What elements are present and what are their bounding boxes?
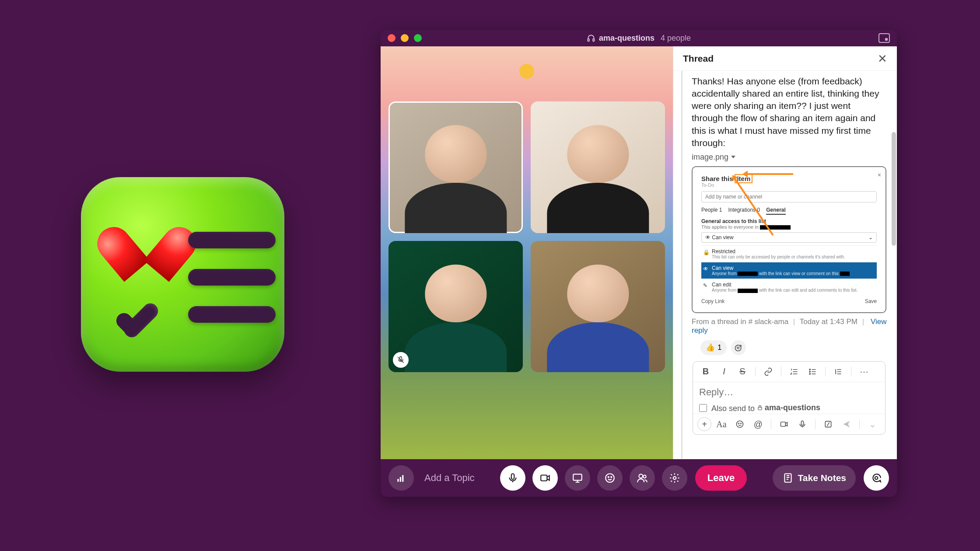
attachment-close-icon: × <box>878 171 881 178</box>
pop-out-icon[interactable] <box>878 33 890 43</box>
ordered-list-icon <box>790 367 798 376</box>
save-button-mock: Save <box>865 298 877 304</box>
share-section-title: General access to this list <box>701 218 877 224</box>
format-toggle-button[interactable]: Aa <box>713 417 730 432</box>
participant-tile[interactable] <box>388 101 523 233</box>
invite-button[interactable] <box>630 465 655 491</box>
mic-icon <box>798 420 807 429</box>
send-button[interactable] <box>838 417 855 432</box>
close-thread-button[interactable]: ✕ <box>878 53 887 64</box>
people-icon <box>637 472 648 484</box>
add-reaction-button[interactable] <box>731 340 746 355</box>
window-close[interactable] <box>388 34 396 42</box>
reply-input[interactable] <box>693 382 885 402</box>
bullet-list-button[interactable] <box>804 364 821 379</box>
svg-point-29 <box>875 477 878 480</box>
add-topic-input[interactable]: Add a Topic <box>424 472 475 484</box>
svg-rect-17 <box>400 477 401 482</box>
annotation-arrow <box>745 173 793 175</box>
sun-decoration <box>519 64 534 79</box>
attachment-filename[interactable]: image.png <box>687 153 891 162</box>
video-clip-button[interactable] <box>776 417 792 432</box>
share-section-sub: This applies to everyone in <box>701 224 877 230</box>
svg-rect-21 <box>573 474 582 480</box>
svg-rect-14 <box>802 421 804 425</box>
bold-button[interactable]: B <box>697 364 714 379</box>
scrollbar-thumb[interactable] <box>892 132 896 246</box>
screen-share-icon <box>572 472 583 484</box>
svg-rect-0 <box>588 39 589 42</box>
participant-tile[interactable] <box>531 101 665 233</box>
svg-point-26 <box>643 475 646 478</box>
also-send-checkbox[interactable]: Also send to ama-questions <box>693 402 885 414</box>
huddle-window: ama-questions 4 people T <box>381 30 897 497</box>
strike-button[interactable]: S <box>734 364 751 379</box>
svg-point-25 <box>639 474 643 478</box>
signal-icon <box>396 472 407 484</box>
camera-button[interactable] <box>532 465 558 491</box>
share-subtitle: To-Do <box>701 182 877 188</box>
take-notes-button[interactable]: Take Notes <box>773 465 856 491</box>
app-icon <box>81 177 284 372</box>
huddle-title[interactable]: ama-questions 4 people <box>587 34 691 43</box>
participant-tile[interactable] <box>388 241 523 373</box>
svg-point-10 <box>737 421 743 428</box>
participant-tile[interactable] <box>531 241 665 373</box>
reaction-button[interactable] <box>597 465 623 491</box>
send-options-button[interactable]: ⌄ <box>864 417 881 432</box>
window-minimize[interactable] <box>401 34 409 42</box>
composer-actions: + Aa @ <box>693 414 885 434</box>
share-tab-people: People 1 <box>701 207 722 215</box>
more-formatting-button[interactable]: ⋯ <box>856 364 872 379</box>
share-tabs: People 1 Integrations 0 General <box>701 207 877 215</box>
window-zoom[interactable] <box>414 34 422 42</box>
thread-gutter <box>681 71 682 459</box>
italic-button[interactable]: I <box>716 364 732 379</box>
bullet-list-icon <box>808 367 817 376</box>
settings-button[interactable] <box>662 465 687 491</box>
attachment-image[interactable]: × Share this item To-Do People 1 Integra… <box>692 166 886 313</box>
lock-icon: ama-questions <box>757 403 820 412</box>
link-button[interactable] <box>760 364 777 379</box>
audio-clip-button[interactable] <box>794 417 811 432</box>
ordered-list-button[interactable] <box>786 364 802 379</box>
leave-button[interactable]: Leave <box>695 465 747 491</box>
mention-button[interactable]: @ <box>750 417 766 432</box>
emoji-icon <box>735 420 744 429</box>
svg-point-6 <box>809 369 810 370</box>
thread-toggle-button[interactable] <box>864 465 889 491</box>
svg-point-4 <box>737 347 738 347</box>
list-line <box>188 269 276 286</box>
slash-command-button[interactable] <box>820 417 836 432</box>
formatting-toolbar: B I S <box>693 362 885 382</box>
source-channel[interactable]: slack-ama <box>755 317 788 326</box>
headphones-icon <box>587 34 595 42</box>
thread-message: Thanks! Has anyone else (from feedback) … <box>687 71 891 152</box>
list-line <box>188 306 276 323</box>
svg-rect-13 <box>781 422 786 426</box>
signal-button[interactable] <box>388 465 414 491</box>
share-screen-button[interactable] <box>565 465 590 491</box>
reaction-pill[interactable]: 👍 1 <box>700 340 727 355</box>
thread-panel: Thread ✕ Thanks! Has anyone else (from f… <box>673 46 897 459</box>
share-option-can-view: 👁 Can view Anyone from with the link can… <box>701 262 877 279</box>
video-icon <box>780 420 788 429</box>
svg-point-7 <box>809 371 810 372</box>
share-name-input <box>701 191 877 202</box>
also-send-box[interactable] <box>699 404 707 412</box>
huddle-dock: Add a Topic Leave <box>381 459 897 497</box>
reply-composer: B I S <box>693 361 886 435</box>
attach-button[interactable]: + <box>697 417 711 431</box>
hash-icon: # <box>748 317 754 326</box>
heart-icon <box>120 219 182 271</box>
emoji-button[interactable] <box>732 417 748 432</box>
can-view-select: 👁 Can view⌄ <box>701 232 877 243</box>
reaction-emoji: 👍 <box>706 343 715 352</box>
people-count: 4 people <box>661 34 691 43</box>
camera-icon <box>539 472 551 484</box>
blockquote-button[interactable] <box>830 364 847 379</box>
mute-button[interactable] <box>500 465 525 491</box>
list-line <box>188 232 276 248</box>
thread-header: Thread <box>683 53 714 64</box>
share-title-prefix: Share this <box>701 175 733 182</box>
